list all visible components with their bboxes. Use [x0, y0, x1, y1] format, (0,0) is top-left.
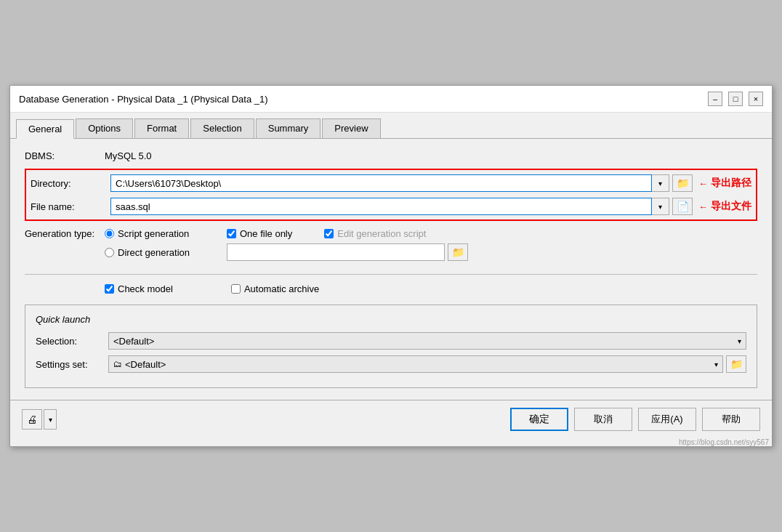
- one-file-label: One file only: [240, 228, 292, 239]
- directory-annotation: 导出路径: [711, 177, 751, 190]
- save-button[interactable]: 🖨: [22, 409, 42, 430]
- direct-gen-label: Direct generation: [118, 247, 212, 258]
- settings-label: Settings set:: [36, 359, 108, 370]
- directory-input-group: ▾ 📁: [110, 174, 693, 192]
- direct-gen-radio[interactable]: [105, 248, 114, 257]
- footer-left: 🖨 ▾: [22, 409, 57, 430]
- direct-gen-input[interactable]: [227, 243, 445, 261]
- watermark: https://blog.csdn.net/syy567: [10, 438, 772, 446]
- filename-browse-button[interactable]: 📄: [672, 198, 693, 215]
- apply-button[interactable]: 应用(A): [638, 408, 696, 431]
- dbms-row: DBMS: MySQL 5.0: [25, 150, 757, 161]
- direct-gen-browse-button[interactable]: 📁: [448, 243, 468, 261]
- auto-archive-label: Automatic archive: [244, 283, 319, 294]
- selection-label: Selection:: [36, 336, 108, 347]
- title-bar: Database Generation - Physical Data _1 (…: [10, 86, 772, 113]
- check-model-item: Check model: [105, 283, 173, 294]
- dbms-label: DBMS:: [25, 150, 105, 161]
- filename-arrow: ←: [698, 201, 708, 212]
- settings-browse-button[interactable]: 📁: [726, 355, 746, 373]
- save-dropdown-button[interactable]: ▾: [44, 409, 57, 430]
- settings-arrow-icon: ▾: [714, 360, 718, 368]
- tab-selection[interactable]: Selection: [190, 118, 254, 138]
- minimize-button[interactable]: –: [708, 92, 722, 106]
- filename-input[interactable]: [110, 198, 652, 215]
- settings-icon: 🗂: [113, 359, 122, 369]
- directory-label: Directory:: [31, 178, 110, 189]
- gen-type-label: Generation type:: [25, 228, 105, 239]
- ok-button[interactable]: 确定: [510, 408, 568, 431]
- filename-label: File name:: [31, 201, 110, 212]
- check-model-checkbox[interactable]: [105, 284, 114, 294]
- directory-input[interactable]: [110, 174, 652, 192]
- settings-value: <Default>: [125, 359, 166, 370]
- help-button[interactable]: 帮助: [702, 408, 760, 431]
- script-gen-row: Script generation One file only Edit gen…: [105, 228, 757, 239]
- one-file-checkbox[interactable]: [227, 229, 236, 238]
- cancel-button[interactable]: 取消: [574, 408, 632, 431]
- tab-general[interactable]: General: [16, 119, 74, 139]
- tab-summary[interactable]: Summary: [256, 118, 321, 138]
- filename-dropdown-button[interactable]: ▾: [652, 198, 669, 215]
- check-model-label: Check model: [118, 283, 173, 294]
- directory-arrow: ←: [698, 178, 708, 189]
- tab-preview[interactable]: Preview: [322, 118, 380, 138]
- main-window: Database Generation - Physical Data _1 (…: [9, 85, 773, 447]
- directory-browse-button[interactable]: 📁: [672, 174, 693, 192]
- filename-annotation: 导出文件: [711, 200, 751, 213]
- directory-row: Directory: ▾ 📁 ← 导出路径: [31, 174, 751, 192]
- auto-archive-item: Automatic archive: [231, 283, 319, 294]
- tab-format[interactable]: Format: [134, 118, 189, 138]
- selection-arrow-icon: ▾: [738, 337, 741, 345]
- check-row: Check model Automatic archive: [25, 283, 757, 294]
- gen-type-options: Script generation One file only Edit gen…: [105, 228, 757, 265]
- quick-launch-title: Quick launch: [36, 314, 746, 325]
- selection-dropdown[interactable]: <Default> ▾: [108, 332, 746, 350]
- selection-value: <Default>: [113, 336, 154, 347]
- filename-row: File name: ▾ 📄 ← 导出文件: [31, 198, 751, 215]
- generation-type-row: Generation type: Script generation One f…: [25, 228, 757, 265]
- edit-gen-checkbox[interactable]: [324, 229, 334, 238]
- quick-launch-group: Quick launch Selection: <Default> ▾ Sett…: [25, 305, 757, 388]
- selection-row: Selection: <Default> ▾: [36, 332, 746, 350]
- edit-gen-checkbox-item: Edit generation script: [324, 228, 426, 239]
- maximize-button[interactable]: □: [728, 92, 743, 106]
- script-gen-radio[interactable]: [105, 229, 114, 238]
- one-file-checkbox-item: One file only: [227, 228, 292, 239]
- highlight-group: Directory: ▾ 📁 ← 导出路径 File name: ▾ 📄 ←: [25, 169, 757, 221]
- close-button[interactable]: ×: [749, 92, 763, 106]
- settings-value-group: 🗂 <Default>: [113, 359, 166, 370]
- window-controls: – □ ×: [708, 92, 763, 106]
- directory-dropdown-button[interactable]: ▾: [652, 174, 669, 192]
- content-area: DBMS: MySQL 5.0 Directory: ▾ 📁 ← 导出路径 Fi…: [10, 139, 772, 400]
- window-title: Database Generation - Physical Data _1 (…: [19, 94, 268, 105]
- settings-row: Settings set: 🗂 <Default> ▾ 📁: [36, 355, 746, 373]
- tab-bar: General Options Format Selection Summary…: [10, 113, 772, 139]
- edit-gen-label: Edit generation script: [337, 228, 426, 239]
- divider-1: [25, 274, 757, 275]
- settings-dropdown[interactable]: 🗂 <Default> ▾: [108, 355, 723, 373]
- filename-input-group: ▾ 📄: [110, 198, 693, 215]
- dbms-value: MySQL 5.0: [105, 150, 152, 161]
- direct-gen-row: Direct generation 📁: [105, 243, 757, 261]
- tab-options[interactable]: Options: [76, 118, 133, 138]
- footer-buttons: 确定 取消 应用(A) 帮助: [510, 408, 760, 431]
- footer: 🖨 ▾ 确定 取消 应用(A) 帮助: [10, 400, 772, 438]
- script-gen-label: Script generation: [118, 228, 212, 239]
- auto-archive-checkbox[interactable]: [231, 284, 241, 294]
